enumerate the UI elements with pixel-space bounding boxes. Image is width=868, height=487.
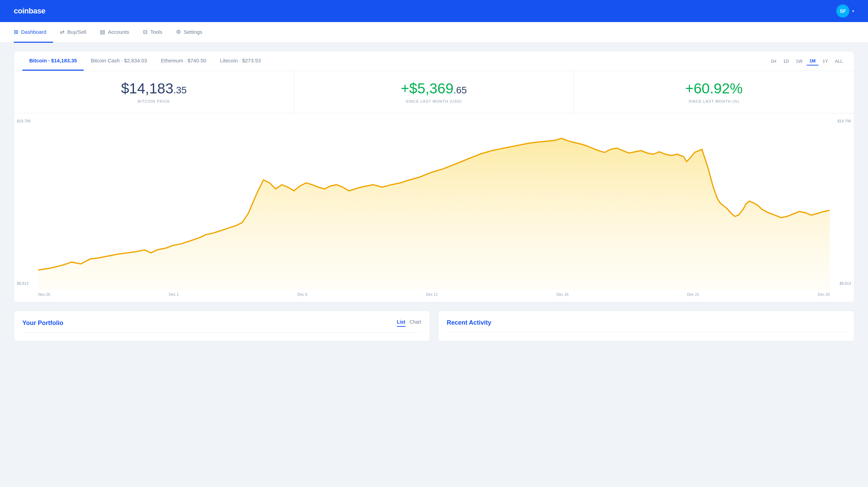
x-label-3: Dec 11 [426, 292, 438, 296]
chart-x-labels: Nov 26 Dec 1 Dec 6 Dec 11 Dec 16 Dec 21 … [14, 290, 854, 299]
time-filter-1w[interactable]: 1W [793, 57, 805, 65]
portfolio-title: Your Portfolio [22, 319, 63, 327]
x-label-0: Nov 26 [38, 292, 50, 296]
chart-y-labels-right: $19,796 $8,813 [830, 119, 854, 285]
tools-icon: ⊟ [143, 29, 147, 35]
chart-svg-container [38, 119, 830, 290]
currency-tab-btc[interactable]: Bitcoin · $14,183.35 [22, 51, 84, 71]
x-label-2: Dec 6 [297, 292, 307, 296]
time-filter-1d[interactable]: 1D [781, 57, 792, 65]
main-content: Bitcoin · $14,183.35 Bitcoin Cash · $2,8… [0, 43, 868, 349]
portfolio-view-tabs: List Chart [397, 319, 421, 327]
stats-row: $14,183.35 BITCOIN PRICE +$5,369.65 SINC… [14, 71, 854, 113]
currency-tabs-bar: Bitcoin · $14,183.35 Bitcoin Cash · $2,8… [14, 51, 854, 71]
buysell-icon: ⇄ [60, 29, 64, 35]
recent-activity-title: Recent Activity [447, 319, 491, 326]
currency-tab-list: Bitcoin · $14,183.35 Bitcoin Cash · $2,8… [22, 51, 268, 71]
bottom-row: Your Portfolio List Chart Recent Activit… [14, 311, 854, 341]
portfolio-card: Your Portfolio List Chart [14, 311, 430, 341]
y-label-min: $8,813 [17, 281, 35, 285]
recent-activity-card: Recent Activity [438, 311, 854, 341]
bitcoin-price-label: BITCOIN PRICE [22, 99, 286, 103]
gear-icon: ⚙ [176, 29, 181, 35]
currency-tab-bch[interactable]: Bitcoin Cash · $2,834.03 [84, 51, 154, 71]
since-month-usd-label: SINCE LAST MONTH (USD) [302, 99, 566, 103]
currency-tab-eth[interactable]: Ethereum · $740.50 [154, 51, 213, 71]
x-label-5: Dec 21 [687, 292, 699, 296]
time-filter-1m[interactable]: 1M [807, 57, 818, 65]
price-chart-card: Bitcoin · $14,183.35 Bitcoin Cash · $2,8… [14, 51, 854, 302]
nav-tools[interactable]: ⊟ Tools [136, 22, 169, 43]
since-month-pct-label: SINCE LAST MONTH (%) [582, 99, 846, 103]
x-label-1: Dec 1 [169, 292, 179, 296]
portfolio-divider [22, 332, 421, 333]
since-month-pct-value: +60.92% [582, 81, 846, 97]
time-filter-all[interactable]: ALL [832, 57, 846, 65]
stat-since-month-pct: +60.92% SINCE LAST MONTH (%) [574, 71, 854, 113]
x-label-4: Dec 16 [557, 292, 569, 296]
nav-dashboard[interactable]: ⊞ Dashboard [14, 22, 53, 43]
chart-y-labels-left: $19,796 $8,813 [14, 119, 38, 285]
price-chart-svg [38, 119, 830, 290]
time-filter-1y[interactable]: 1Y [820, 57, 831, 65]
recent-activity-divider [447, 332, 846, 332]
recent-activity-header: Recent Activity [447, 319, 846, 326]
chevron-down-icon: ▾ [852, 9, 854, 13]
currency-tab-ltc[interactable]: Litecoin · $273.53 [213, 51, 268, 71]
secondary-navbar: ⊞ Dashboard ⇄ Buy/Sell ▤ Accounts ⊟ Tool… [0, 22, 868, 43]
since-month-usd-value: +$5,369.65 [302, 81, 566, 97]
portfolio-tab-chart[interactable]: Chart [410, 319, 421, 327]
nav-accounts[interactable]: ▤ Accounts [93, 22, 136, 43]
portfolio-tab-list[interactable]: List [397, 319, 405, 327]
avatar: SF [836, 4, 849, 18]
y-label-right-min: $8,813 [833, 281, 851, 285]
y-label-max: $19,796 [17, 119, 35, 123]
stat-since-month-usd: +$5,369.65 SINCE LAST MONTH (USD) [294, 71, 574, 113]
coinbase-logo: coinbase [14, 7, 45, 16]
user-menu[interactable]: SF ▾ [836, 4, 854, 18]
nav-settings[interactable]: ⚙ Settings [169, 22, 209, 43]
portfolio-card-header: Your Portfolio List Chart [22, 319, 421, 327]
accounts-icon: ▤ [100, 29, 105, 35]
x-label-6: Dec 25 [818, 292, 830, 296]
stat-bitcoin-price: $14,183.35 BITCOIN PRICE [14, 71, 294, 113]
bitcoin-price-value: $14,183.35 [22, 81, 286, 97]
y-label-right-max: $19,796 [833, 119, 851, 123]
time-filter-1h[interactable]: 1H [768, 57, 779, 65]
nav-buysell[interactable]: ⇄ Buy/Sell [53, 22, 93, 43]
top-navbar: coinbase SF ▾ [0, 0, 868, 22]
time-filter-list: 1H 1D 1W 1M 1Y ALL [768, 57, 846, 65]
dashboard-icon: ⊞ [14, 29, 18, 35]
chart-area: $19,796 $8,813 $19,796 $8,813 [14, 113, 854, 299]
